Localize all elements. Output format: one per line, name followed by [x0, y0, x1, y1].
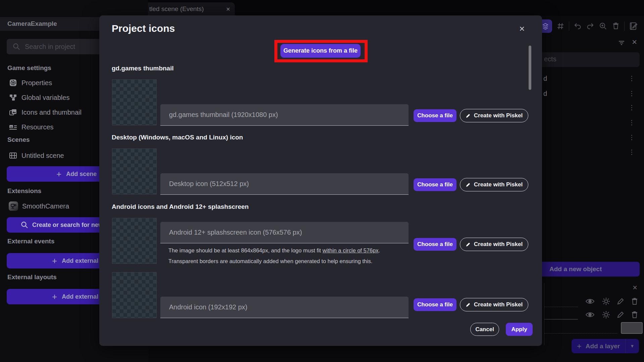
- toolbar-divider: [624, 21, 625, 31]
- android-icon-field[interactable]: [160, 297, 409, 318]
- create-with-piskel-button[interactable]: Create with Piskel: [460, 238, 528, 251]
- create-or-search-label: Create or search for new e: [32, 222, 108, 229]
- create-with-piskel-button[interactable]: Create with Piskel: [460, 298, 528, 311]
- objects-search-text: ects: [544, 55, 556, 63]
- splashscreen-note-line2: Transparent borders are automatically ad…: [168, 258, 410, 264]
- sidebar-item-label: SmoothCamera: [22, 202, 69, 210]
- layer-edit-pencil-icon[interactable]: [616, 311, 625, 320]
- layer-delete-trash-icon[interactable]: [631, 311, 639, 320]
- piskel-label: Create with Piskel: [474, 301, 523, 308]
- desktop-icon-field[interactable]: [160, 173, 409, 195]
- extensions-heading: Extensions: [7, 186, 41, 196]
- search-icon: [21, 221, 28, 229]
- resources-icon: [9, 123, 17, 131]
- thumbnail-preview-android-icon: [112, 272, 157, 318]
- object-list-item[interactable]: ⋮: [525, 147, 640, 158]
- chevron-down-icon: ▼: [630, 344, 635, 349]
- sidebar-item-label: Resources: [21, 123, 54, 131]
- choose-file-button[interactable]: Choose a file: [414, 298, 457, 311]
- toolbar-divider: [569, 21, 569, 31]
- search-icon: [13, 43, 20, 50]
- global-variables-icon: [9, 94, 17, 101]
- sidebar-item-label: Untitled scene: [21, 152, 64, 160]
- edit-scene-icon[interactable]: [629, 21, 638, 31]
- layer-effects-icon[interactable]: [602, 297, 610, 307]
- objects-search-field[interactable]: ects: [525, 52, 640, 67]
- layer-row-divider: [544, 307, 578, 307]
- object-list-item[interactable]: d ⋮: [525, 74, 640, 84]
- thumbnail-preview-desktop: [112, 148, 157, 194]
- desktop-icon-input[interactable]: [168, 180, 398, 188]
- filter-icon[interactable]: [618, 40, 625, 47]
- android-icon-input[interactable]: [168, 303, 398, 311]
- cancel-button[interactable]: Cancel: [470, 323, 499, 336]
- redo-icon[interactable]: [586, 22, 595, 31]
- layer-edit-pencil-icon[interactable]: [616, 297, 625, 307]
- add-layer-dropdown[interactable]: ▼: [625, 339, 639, 353]
- undo-icon[interactable]: [573, 22, 582, 31]
- properties-gear-icon: [9, 79, 17, 86]
- gdgames-thumbnail-field[interactable]: [160, 104, 409, 126]
- add-new-object-button[interactable]: Add a new object: [525, 262, 640, 277]
- piskel-label: Create with Piskel: [474, 241, 523, 248]
- pencil-icon: [466, 113, 471, 118]
- gdgames-thumbnail-input[interactable]: [168, 111, 398, 119]
- choose-file-button[interactable]: Choose a file: [414, 178, 457, 191]
- object-list-item[interactable]: ⋮: [525, 118, 640, 128]
- plus-icon: +: [52, 292, 57, 302]
- icons-thumbnail-icon: [9, 109, 17, 116]
- tab-title: tled scene (Events): [149, 5, 204, 13]
- create-with-piskel-button[interactable]: Create with Piskel: [460, 178, 528, 191]
- layer-delete-trash-icon[interactable]: [631, 297, 639, 307]
- apply-button[interactable]: Apply: [506, 323, 533, 336]
- note-underlined-text: within a circle of 576px: [323, 247, 379, 253]
- layer-row-divider: [544, 333, 618, 334]
- android-splashscreen-input[interactable]: [168, 228, 398, 237]
- layer-effects-icon[interactable]: [602, 310, 610, 320]
- section-heading-gdgames: gd.games thumbnail: [112, 65, 174, 72]
- piskel-label: Create with Piskel: [474, 181, 523, 188]
- dialog-title: Project icons: [112, 23, 175, 34]
- project-name: CameraExample: [7, 20, 57, 27]
- zoom-in-icon[interactable]: [599, 22, 607, 31]
- tab-close-icon[interactable]: ×: [226, 5, 230, 13]
- sidebar-item-label: Icons and thumbnail: [21, 109, 82, 116]
- objects-panel-close-icon[interactable]: ×: [632, 37, 637, 47]
- android-splashscreen-field[interactable]: [160, 222, 409, 243]
- external-events-heading: External events: [7, 236, 54, 246]
- object-name-fragment: d: [543, 75, 547, 82]
- layer-visibility-eye-icon[interactable]: [585, 311, 595, 320]
- scenes-heading: Scenes: [7, 135, 30, 145]
- object-list-item[interactable]: d ⋮: [525, 89, 640, 99]
- object-menu-icon[interactable]: ⋮: [629, 148, 635, 156]
- trash-icon[interactable]: [611, 22, 620, 31]
- object-menu-icon[interactable]: ⋮: [629, 104, 635, 112]
- pencil-icon: [466, 182, 471, 187]
- choose-file-button[interactable]: Choose a file: [414, 109, 457, 122]
- dialog-scrollbar-thumb[interactable]: [529, 46, 531, 90]
- layers-panel-close-icon[interactable]: ×: [633, 283, 637, 292]
- object-list-item[interactable]: ⋮: [525, 133, 640, 143]
- object-menu-icon[interactable]: ⋮: [629, 74, 635, 82]
- generate-icons-button[interactable]: Generate icons from a file: [280, 44, 361, 58]
- create-with-piskel-button[interactable]: Create with Piskel: [460, 109, 528, 122]
- layer-visibility-eye-icon[interactable]: [585, 298, 595, 306]
- pencil-icon: [466, 302, 471, 307]
- object-menu-icon[interactable]: ⋮: [629, 89, 635, 98]
- tab-untitled-scene-events[interactable]: tled scene (Events) ×: [144, 2, 235, 16]
- choose-file-button[interactable]: Choose a file: [414, 238, 457, 251]
- object-menu-icon[interactable]: ⋮: [629, 133, 635, 141]
- add-layer-label: Add a layer: [586, 343, 620, 350]
- pencil-icon: [466, 242, 471, 247]
- grid-icon[interactable]: [556, 22, 565, 31]
- object-menu-icon[interactable]: ⋮: [629, 119, 635, 127]
- dialog-close-icon[interactable]: ×: [519, 24, 525, 34]
- section-heading-android: Android icons and Android 12+ splashscre…: [112, 203, 249, 210]
- add-new-object-label: Add a new object: [549, 265, 602, 273]
- sidebar-item-label: Global variables: [21, 94, 69, 102]
- add-layer-button[interactable]: + Add a layer ▼: [572, 339, 639, 353]
- object-list-item[interactable]: ⋮: [525, 103, 640, 113]
- plus-icon: +: [56, 169, 61, 179]
- panel-scroll-thumb[interactable]: [621, 322, 643, 334]
- thumbnail-preview-splashscreen: [112, 218, 157, 264]
